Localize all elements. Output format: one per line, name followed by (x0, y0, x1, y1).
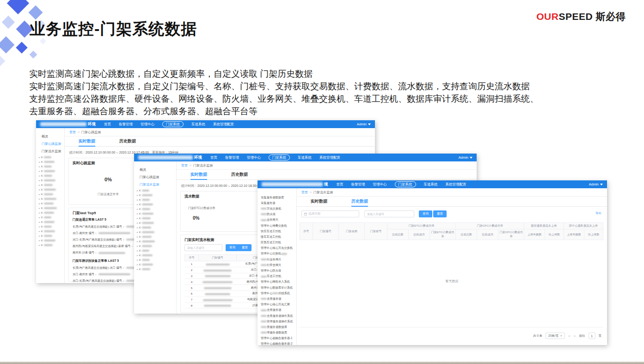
sidebar-item-gantry[interactable]: ▸K (36, 197, 64, 201)
sidebar-item-gantry[interactable]: ▸K (36, 224, 64, 229)
sidebar-item-device[interactable]: 去重服务器 (258, 308, 296, 313)
tab-realtime[interactable]: 实时数据 (311, 197, 327, 206)
next-page-button[interactable]: > (574, 334, 576, 338)
sidebar-item-gantry[interactable]: ▸K (134, 253, 176, 258)
sidebar-item[interactable]: 概况 (36, 133, 64, 140)
sidebar-item-gantry[interactable]: ▸K (134, 234, 176, 239)
date-picker[interactable]: 选择日期 (301, 210, 359, 217)
nav-item[interactable]: 系统管理配置 (446, 182, 466, 187)
sidebar-item[interactable]: 概况 (134, 166, 176, 173)
sidebar-item-gantry[interactable]: ▸K (36, 160, 64, 164)
nav-item[interactable]: 首页 (337, 182, 343, 187)
tab-history[interactable]: 历史数据 (231, 170, 248, 179)
sidebar-item[interactable]: 门架心跳监测 (36, 140, 64, 148)
sidebar-item-device[interactable]: 万兆交换机 (258, 206, 296, 211)
nav-item[interactable]: 管理中心 (247, 155, 261, 160)
sidebar-item-gantry[interactable]: ▸K (36, 178, 64, 183)
reset-button[interactable]: 重置 (238, 244, 251, 251)
nav-item[interactable]: 系统管理配置 (319, 155, 340, 160)
tab-history[interactable]: 历史数据 (119, 136, 136, 146)
sidebar-item-device[interactable]: 理服务器数据库 (258, 330, 296, 336)
sidebar-item-gantry[interactable]: ▸K (134, 248, 176, 253)
tab-realtime[interactable]: 实时数据 (190, 170, 207, 179)
sidebar-item-gantry[interactable]: ▸K (134, 225, 176, 230)
sidebar-item-gantry[interactable]: ▸K (36, 206, 64, 210)
sidebar-item-device[interactable]: 去重服务器操作系统 (258, 313, 296, 319)
sidebar-item-device[interactable]: 采集服务器 (258, 200, 296, 206)
sidebar-item-gantry[interactable]: ▸K (134, 239, 176, 244)
sidebar-item-device[interactable]: 管理中心超融合服务器-2 (258, 341, 296, 345)
sidebar-item[interactable]: 门架心跳监测 (134, 173, 176, 181)
search-input[interactable] (184, 244, 222, 251)
sidebar-item-gantry[interactable]: ▸K (134, 230, 176, 234)
sidebar-item-gantry[interactable]: ▸K (36, 238, 64, 243)
sidebar-item-gantry[interactable]: ▸K (134, 197, 176, 202)
sidebar-item-gantry[interactable]: ▸K (134, 221, 176, 225)
sidebar-item-gantry[interactable]: ▸K (36, 183, 64, 187)
page-size-select[interactable]: 20条/页 (546, 333, 565, 339)
sidebar-item-gantry[interactable]: ▸K (36, 229, 64, 234)
nav-item[interactable]: 告警管理 (351, 182, 365, 187)
nav-item[interactable]: 系统管理配置 (213, 122, 234, 127)
reset-button[interactable]: 重置 (433, 210, 447, 217)
sidebar-item[interactable]: 门架流水监测 (134, 181, 176, 188)
tab-history[interactable]: 历史数据 (351, 197, 368, 206)
sidebar-item-device[interactable]: 车道工控机 (258, 274, 296, 279)
sidebar-item-device[interactable]: 行安全网关 (258, 262, 296, 268)
nav-item[interactable]: 首页 (210, 155, 217, 160)
sidebar-item-device[interactable]: 管理中心堆叠交换机 (258, 223, 296, 228)
sidebar-item-gantry[interactable]: ▸K (134, 188, 176, 193)
sidebar-item-gantry[interactable]: ▸K (36, 220, 64, 224)
tab-realtime[interactable]: 实时数据 (79, 136, 95, 146)
sidebar-item-device[interactable]: 重服务器数据库 (258, 324, 296, 330)
nav-item[interactable]: 车道系统 (424, 182, 438, 187)
nav-item[interactable]: 门架系统 (162, 121, 184, 127)
sidebar-item-gantry[interactable]: ▸K (36, 187, 64, 192)
sidebar-item-device[interactable]: 管理中心数据库审计系统 (258, 285, 296, 290)
nav-item[interactable]: 管理中心 (141, 122, 154, 127)
nav-item[interactable]: 首页 (104, 122, 111, 127)
sidebar-item-device[interactable]: 管理服务器操作系统 (258, 319, 296, 324)
sidebar-item-gantry[interactable]: ▸K (36, 192, 64, 197)
admin-menu[interactable]: Admin (459, 155, 472, 160)
nav-item[interactable]: 告警管理 (119, 122, 133, 127)
nav-item[interactable]: 门架系统 (395, 181, 416, 187)
breadcrumb-home[interactable]: 首页 (181, 163, 188, 168)
sidebar-item-device[interactable]: 防火墙 (258, 212, 296, 217)
sidebar-item-device[interactable]: 采集服务器数据库 (258, 195, 296, 200)
nav-item[interactable]: 门架系统 (269, 154, 290, 160)
sidebar-item-device[interactable]: 管理中心核心万兆交换机 (258, 246, 296, 251)
sidebar-item-gantry[interactable]: ▸K (134, 211, 176, 216)
sidebar-item-gantry[interactable]: ▸K (134, 258, 176, 262)
page-number-input[interactable] (589, 333, 595, 339)
nav-item[interactable]: 管理中心 (373, 182, 387, 187)
keyword-input[interactable] (364, 210, 414, 217)
sidebar-item-device[interactable]: 管理中心防火墙 (258, 268, 296, 273)
sidebar-item-gantry[interactable]: ▸K (36, 243, 64, 247)
nav-item[interactable]: 告警管理 (225, 155, 239, 160)
sidebar-item-gantry[interactable]: ▸K (36, 164, 64, 169)
sidebar-item-gantry[interactable]: ▸K (36, 173, 64, 178)
sidebar-item-device[interactable]: 行业务网关 (258, 257, 296, 262)
sidebar-item-device[interactable]: 管理中心超融合服务器-1 (258, 336, 296, 341)
sidebar-item-gantry[interactable]: ▸K (36, 234, 64, 238)
sidebar-item-device[interactable]: 慢车车道工控机 (258, 234, 296, 240)
sidebar-item-gantry[interactable]: ▸K (36, 210, 64, 215)
query-button[interactable]: 查询 (226, 244, 239, 251)
prev-page-button[interactable]: < (568, 334, 570, 338)
sidebar-item-gantry[interactable]: ▸K (134, 267, 176, 271)
sidebar-item-gantry[interactable]: ▸K (134, 262, 176, 267)
nav-item[interactable]: 车道系统 (298, 155, 312, 160)
sidebar-item-device[interactable]: 管理中心交换机 (258, 251, 296, 257)
query-button[interactable]: 查询 (419, 210, 432, 217)
export-link[interactable]: 导出 (595, 211, 601, 216)
sidebar-item-gantry[interactable]: ▸K (36, 169, 64, 173)
sidebar-item-gantry[interactable]: ▸K (134, 216, 176, 221)
sidebar-item-gantry[interactable]: ▸K (36, 215, 64, 220)
sidebar-item-device[interactable]: 管理中心网络准入系统 (258, 279, 296, 285)
breadcrumb-home[interactable]: 首页 (301, 190, 308, 195)
sidebar-item-device[interactable]: 业务网关 (258, 217, 296, 223)
breadcrumb-home[interactable]: 首页 (69, 130, 76, 135)
sidebar-item-device[interactable]: 快车车道工控机 (258, 228, 296, 234)
sidebar-item-device[interactable]: 管理中心核心万兆汇聚 (258, 302, 296, 308)
